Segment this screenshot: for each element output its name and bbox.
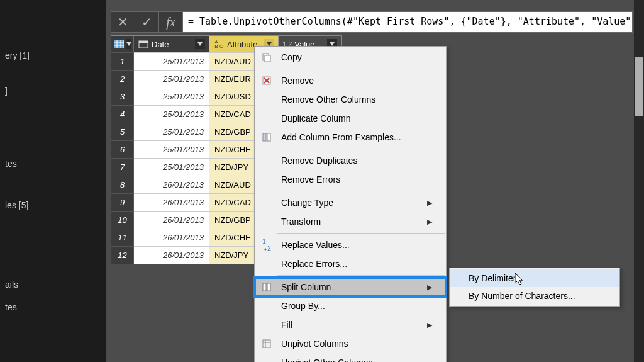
menu-label: Change Type [281, 198, 333, 208]
unpivot-icon [260, 337, 274, 351]
submenu-by-delimiter[interactable]: By Delimiter... [450, 269, 619, 287]
queries-panel: ery [1] ] tes ies [5] ails tes [0, 0, 106, 362]
cell-date[interactable]: 25/01/2013 [134, 88, 209, 105]
cell-date[interactable]: 26/01/2013 [134, 211, 209, 229]
menu-label: Replace Errors... [281, 259, 347, 269]
cell-date[interactable]: 25/01/2013 [134, 123, 209, 140]
menu-unpivot-columns[interactable]: Unpivot Columns [255, 334, 446, 353]
cell-date[interactable]: 25/01/2013 [134, 140, 209, 158]
cancel-formula-button[interactable]: ✕ [111, 12, 135, 32]
row-number-cell: 2 [111, 70, 134, 88]
svg-rect-15 [267, 283, 270, 291]
sidebar-item[interactable]: ies [5] [0, 194, 106, 217]
accept-formula-button[interactable]: ✓ [135, 12, 159, 32]
row-number-cell: 6 [111, 140, 134, 158]
column-header-label: Date [152, 40, 169, 49]
column-header-label: Attribute [227, 40, 257, 49]
cell-date[interactable]: 25/01/2013 [134, 70, 209, 88]
settings-pane-collapsed[interactable] [634, 0, 644, 362]
menu-separator [277, 191, 445, 191]
cell-date[interactable]: 26/01/2013 [134, 229, 209, 246]
cell-date[interactable]: 26/01/2013 [134, 176, 209, 193]
add-column-icon [260, 130, 274, 144]
column-context-menu: Copy Remove Remove Other Columns Duplica… [254, 46, 447, 362]
cell-date[interactable]: 25/01/2013 [134, 158, 209, 176]
menu-copy[interactable]: Copy [255, 48, 446, 67]
row-number-cell: 5 [111, 123, 134, 140]
svg-rect-6 [139, 41, 148, 43]
menu-separator [277, 275, 445, 276]
svg-rect-0 [114, 40, 124, 48]
menu-change-type[interactable]: Change Type▶ [255, 193, 446, 212]
menu-label: Remove Duplicates [281, 156, 357, 166]
cell-date[interactable]: 26/01/2013 [134, 193, 209, 211]
check-icon: ✓ [142, 14, 152, 30]
replace-icon: 1↳2 [260, 238, 274, 252]
menu-remove-other-columns[interactable]: Remove Other Columns [255, 90, 446, 109]
menu-split-column[interactable]: Split Column ▶ [255, 278, 446, 297]
date-type-icon [138, 38, 149, 50]
x-icon: ✕ [118, 14, 128, 30]
row-number-header[interactable] [111, 36, 134, 52]
cell-date[interactable]: 25/01/2013 [134, 52, 209, 70]
menu-label: Remove Errors [281, 174, 340, 184]
submenu-arrow-icon: ▶ [427, 199, 432, 207]
row-number-cell: 4 [111, 105, 134, 123]
row-number-cell: 3 [111, 88, 134, 105]
menu-label: Add Column From Examples... [281, 132, 401, 142]
cell-date[interactable]: 25/01/2013 [134, 105, 209, 123]
svg-rect-8 [265, 55, 270, 62]
sidebar-item[interactable] [0, 67, 106, 79]
copy-icon [260, 50, 274, 64]
menu-label: Remove [281, 76, 314, 86]
menu-separator [277, 149, 445, 149]
split-column-icon [260, 280, 274, 294]
submenu-arrow-icon: ▶ [427, 283, 432, 291]
column-header-date[interactable]: Date [134, 36, 209, 52]
fx-button[interactable]: fx [159, 12, 183, 32]
menu-separator [277, 69, 445, 69]
menu-replace-values[interactable]: 1↳2 Replace Values... [255, 235, 446, 254]
split-column-submenu: By Delimiter... By Number of Characters.… [449, 268, 620, 307]
cell-date[interactable]: 26/01/2013 [134, 246, 209, 264]
menu-label: Remove Other Columns [281, 94, 375, 105]
submenu-arrow-icon: ▶ [427, 321, 432, 329]
menu-replace-errors[interactable]: Replace Errors... [255, 254, 446, 273]
menu-transform[interactable]: Transform▶ [255, 212, 446, 231]
menu-duplicate-column[interactable]: Duplicate Column [255, 109, 446, 128]
sidebar-item[interactable]: ery [1] [0, 44, 106, 67]
menu-group-by[interactable]: Group By... [255, 297, 446, 315]
menu-label: Split Column [281, 282, 331, 292]
submenu-by-number-of-characters[interactable]: By Number of Characters... [450, 287, 619, 305]
menu-label: Replace Values... [281, 240, 350, 250]
menu-label: Unpivot Columns [281, 339, 348, 349]
menu-label: Unpivot Other Columns [281, 358, 373, 362]
chevron-down-icon[interactable] [126, 39, 131, 49]
menu-add-column-from-examples[interactable]: Add Column From Examples... [255, 128, 446, 147]
menu-unpivot-other-columns[interactable]: Unpivot Other Columns [255, 353, 446, 362]
menu-remove-duplicates[interactable]: Remove Duplicates [255, 151, 446, 170]
sidebar-item[interactable]: tes [0, 296, 106, 319]
text-type-icon: AB C [213, 38, 225, 50]
svg-rect-14 [263, 283, 266, 291]
menu-remove[interactable]: Remove [255, 71, 446, 90]
menu-remove-errors[interactable]: Remove Errors [255, 170, 446, 189]
sidebar-item[interactable]: ails [0, 273, 106, 296]
sidebar-item[interactable]: tes [0, 152, 106, 175]
menu-label: Fill [281, 320, 292, 330]
svg-rect-12 [263, 133, 266, 141]
submenu-arrow-icon: ▶ [427, 218, 432, 226]
row-number-cell: 10 [111, 211, 134, 229]
menu-label: By Delimiter... [469, 273, 523, 283]
row-number-cell: 8 [111, 176, 134, 193]
row-number-cell: 11 [111, 229, 134, 246]
sidebar-item[interactable]: ] [0, 79, 106, 102]
formula-input[interactable]: = Table.UnpivotOtherColumns(#"Kept First… [183, 12, 632, 32]
filter-dropdown-button[interactable] [195, 39, 205, 49]
scrollbar-thumb[interactable] [635, 57, 643, 116]
menu-separator [277, 233, 445, 234]
row-number-cell: 12 [111, 246, 134, 264]
menu-fill[interactable]: Fill▶ [255, 315, 446, 334]
formula-bar: ✕ ✓ fx = Table.UnpivotOtherColumns(#"Kep… [111, 11, 633, 33]
svg-rect-16 [263, 340, 270, 348]
